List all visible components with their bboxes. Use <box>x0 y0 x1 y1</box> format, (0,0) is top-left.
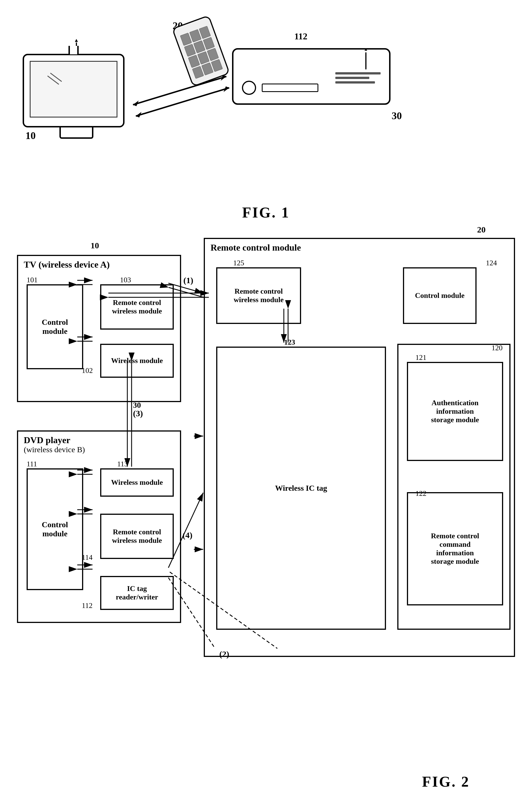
svg-text:(1): (1) <box>183 276 193 285</box>
fig2-label: FIG. 2 <box>422 773 470 790</box>
svg-text:(3): (3) <box>133 409 143 418</box>
svg-text:30: 30 <box>133 401 141 410</box>
svg-line-36 <box>170 572 277 649</box>
fig2-area: 10 TV (wireless device A) 101 Controlmod… <box>11 238 526 798</box>
svg-line-2 <box>133 76 226 105</box>
fig1-label: FIG. 1 <box>242 204 290 221</box>
label-20-fig2: 20 <box>477 225 485 235</box>
fig1-area: 10 20 112 <box>0 8 532 229</box>
svg-line-11 <box>169 288 204 297</box>
arrows-fig1 <box>0 8 532 229</box>
page: 10 20 112 <box>0 0 532 809</box>
svg-line-5 <box>136 88 229 116</box>
arrows-fig2-svg: (1) (3) 30 <box>11 238 526 790</box>
svg-text:(4): (4) <box>182 530 192 540</box>
svg-text:(2): (2) <box>219 649 229 659</box>
svg-line-35 <box>169 578 215 649</box>
